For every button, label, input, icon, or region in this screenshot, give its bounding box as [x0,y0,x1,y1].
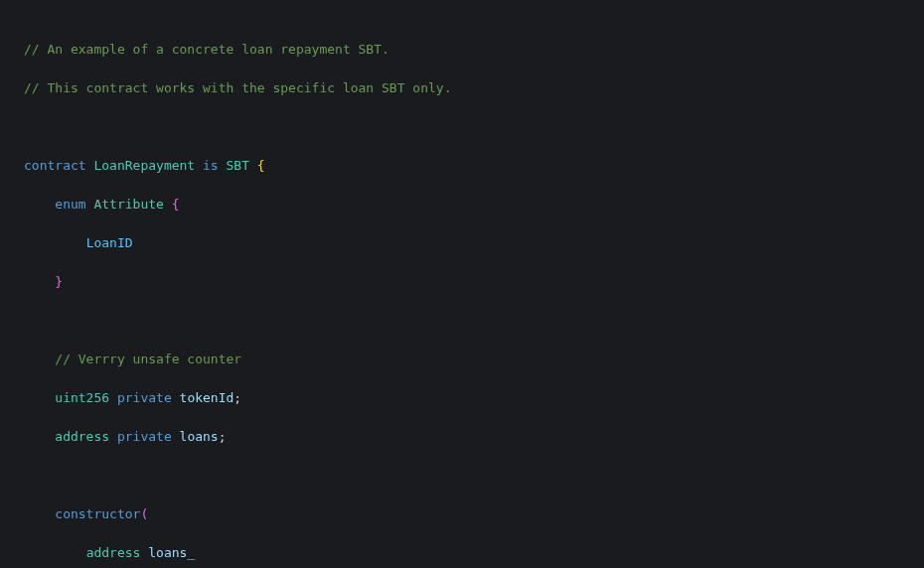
variable: loans [180,429,219,444]
punct: ; [233,390,241,405]
code-line: // This contract works with the specific… [20,78,904,98]
code-line: uint256 private tokenId; [20,388,904,408]
code-block: // An example of a concrete loan repayme… [20,20,904,568]
code-line: address loans_ [20,543,904,563]
code-line [20,117,904,137]
keyword: private [117,429,172,444]
keyword: is [203,158,219,173]
comment-text: // An example of a concrete loan repayme… [24,42,389,57]
code-line: } [20,272,904,292]
type-name: Attribute [93,197,163,212]
enum-member: LoanID [86,235,133,250]
type-name: address [86,545,141,560]
code-line: enum Attribute { [20,195,904,214]
comment-text: // Verrry unsafe counter [55,352,241,366]
type-name: address [55,429,109,444]
brace: ( [140,506,148,521]
code-line: // Verrry unsafe counter [20,350,904,369]
parameter: loans_ [148,545,195,560]
brace: { [172,197,180,212]
comment-text: // This contract works with the specific… [24,80,451,95]
variable: tokenId [180,390,234,405]
code-line [20,466,904,486]
keyword: private [117,390,172,405]
keyword: constructor [55,506,140,521]
keyword: contract [24,158,86,173]
code-line: address private loans; [20,427,904,447]
type-name: LoanRepayment [93,158,195,173]
type-name: uint256 [55,390,109,405]
code-line: constructor( [20,504,904,524]
code-line: LoanID [20,233,904,253]
code-line: contract LoanRepayment is SBT { [20,156,904,176]
punct: ; [219,429,227,444]
code-line: // An example of a concrete loan repayme… [20,40,904,60]
brace: { [257,158,265,173]
code-line [20,311,904,331]
keyword: enum [55,197,85,212]
brace: } [55,274,63,289]
type-name: SBT [227,158,249,173]
